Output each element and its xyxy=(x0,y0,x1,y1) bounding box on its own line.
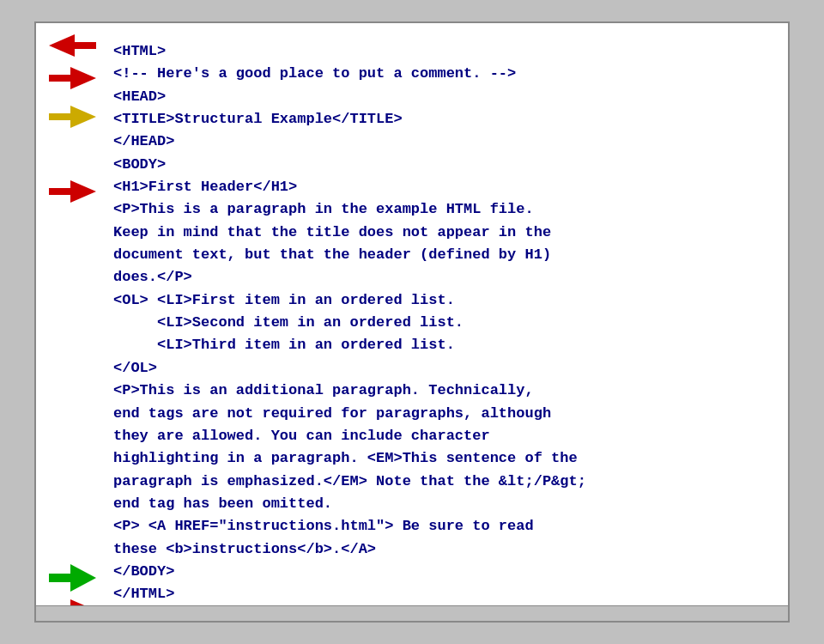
arrow-6 xyxy=(49,597,96,605)
html-code: <HTML> <!-- Here's a good place to put a… xyxy=(113,40,771,605)
svg-marker-5 xyxy=(49,599,96,605)
svg-marker-1 xyxy=(49,67,96,89)
status-bar xyxy=(36,605,788,621)
main-window: <HTML> <!-- Here's a good place to put a… xyxy=(34,21,790,623)
arrows-panel xyxy=(45,23,105,605)
arrow-3 xyxy=(49,106,96,136)
arrow-5 xyxy=(49,564,96,599)
arrow-1 xyxy=(49,33,96,68)
arrow-4 xyxy=(49,178,96,215)
svg-marker-4 xyxy=(49,564,96,592)
code-display-area: <HTML> <!-- Here's a good place to put a… xyxy=(36,23,788,605)
arrow-2 xyxy=(49,64,96,101)
svg-marker-3 xyxy=(49,180,96,203)
svg-marker-2 xyxy=(49,106,96,128)
svg-marker-0 xyxy=(49,34,96,57)
